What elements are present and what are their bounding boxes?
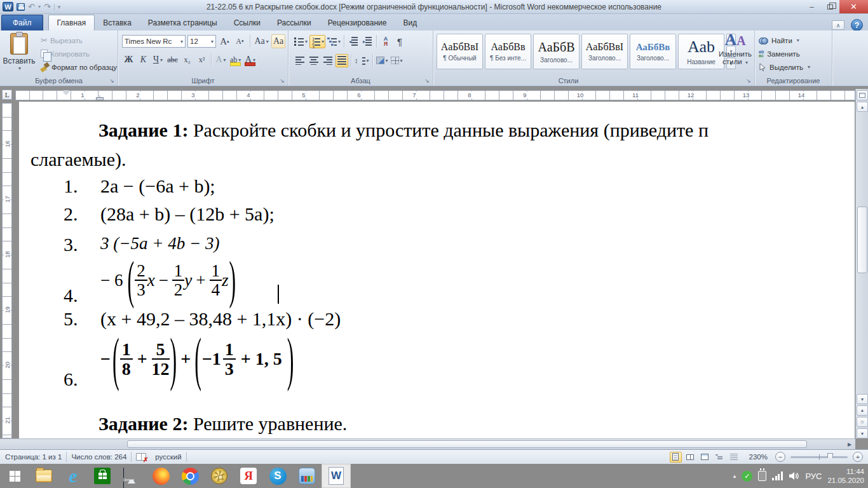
text-effects-button[interactable]: А▾ bbox=[214, 53, 227, 67]
print-layout-view-button[interactable] bbox=[670, 452, 682, 463]
paste-dropdown-icon[interactable]: ▾ bbox=[18, 65, 21, 71]
undo-dropdown-icon[interactable]: ▾ bbox=[38, 4, 41, 10]
paste-button[interactable]: Вставить ▾ bbox=[4, 33, 34, 75]
numbering-dropdown-icon[interactable]: ▾ bbox=[322, 39, 324, 44]
tab-page-layout[interactable]: Разметка страницы bbox=[140, 15, 226, 30]
numbering-button[interactable]: 123▾ bbox=[309, 35, 325, 48]
close-button[interactable]: ✕ bbox=[839, 0, 868, 13]
tab-mailings[interactable]: Рассылки bbox=[269, 15, 320, 30]
style-heading2[interactable]: АаБбВвІЗаголово... bbox=[581, 34, 628, 69]
tab-file[interactable]: Файл bbox=[1, 15, 43, 30]
draft-view-button[interactable] bbox=[728, 452, 740, 463]
page-indicator[interactable]: Страница: 1 из 1 bbox=[0, 453, 62, 461]
clear-formatting-button[interactable]: Аа bbox=[271, 34, 285, 48]
format-painter-button[interactable]: Формат по образцу bbox=[39, 60, 117, 74]
align-left-button[interactable] bbox=[294, 54, 306, 67]
cut-button[interactable]: ✂ Вырезать bbox=[39, 34, 117, 47]
tab-references[interactable]: Ссылки bbox=[226, 15, 269, 30]
hanging-indent-marker[interactable] bbox=[96, 94, 102, 100]
align-center-button[interactable] bbox=[308, 54, 320, 67]
shading-button[interactable]: ▾ bbox=[376, 54, 389, 67]
vertical-scrollbar[interactable]: ▴ ▾ ▾ ○ ▾ bbox=[855, 89, 868, 438]
undo-icon[interactable]: ↶ bbox=[28, 2, 35, 11]
taskbar-lenovo[interactable]: lenovo bbox=[117, 464, 146, 488]
help-icon[interactable]: ? bbox=[851, 19, 863, 31]
multilevel-list-button[interactable]: ▾ bbox=[327, 35, 341, 48]
taskbar-office-app[interactable] bbox=[292, 464, 322, 488]
superscript-button[interactable]: x² bbox=[195, 53, 208, 67]
font-name-dropdown-icon[interactable]: ▾ bbox=[180, 39, 183, 44]
proofing-status-icon[interactable] bbox=[136, 453, 146, 461]
tab-home[interactable]: Главная bbox=[48, 15, 95, 30]
volume-icon[interactable] bbox=[789, 471, 799, 481]
line-spacing-button[interactable]: ↕▾ bbox=[354, 54, 370, 67]
taskbar-skype[interactable]: S bbox=[263, 464, 292, 488]
vertical-scroll-thumb[interactable] bbox=[857, 207, 867, 273]
collapse-ribbon-icon[interactable]: ∧ bbox=[832, 20, 844, 30]
strikethrough-button[interactable]: abc bbox=[166, 53, 179, 67]
style-heading3[interactable]: АаБбВвЗаголово... bbox=[630, 34, 676, 69]
style-normal[interactable]: АаБбВвІ¶ Обычный bbox=[437, 34, 483, 69]
taskbar-file-explorer[interactable] bbox=[29, 464, 58, 488]
restore-button[interactable] bbox=[821, 0, 839, 13]
sort-button[interactable]: АЯ bbox=[379, 35, 392, 48]
font-dialog-launcher-icon[interactable]: ↘ bbox=[278, 77, 286, 85]
show-marks-button[interactable]: ¶ bbox=[393, 35, 406, 48]
redo-icon[interactable]: ↷ bbox=[44, 2, 51, 11]
qat-customize-icon[interactable]: ▾ bbox=[54, 4, 61, 10]
save-icon[interactable] bbox=[17, 3, 25, 11]
underline-dropdown-icon[interactable]: ▾ bbox=[160, 57, 163, 63]
taskbar-yandex-browser[interactable]: Я bbox=[234, 464, 263, 488]
taskbar-microsoft-store[interactable] bbox=[88, 464, 117, 488]
tray-expand-icon[interactable]: ▴ bbox=[733, 473, 736, 479]
taskbar-media-player[interactable] bbox=[205, 464, 234, 488]
bullets-button[interactable]: ▾ bbox=[294, 35, 308, 48]
change-case-button[interactable]: Аа▾ bbox=[254, 34, 269, 48]
word-logo-icon[interactable]: W bbox=[3, 2, 13, 11]
horizontal-ruler[interactable]: 1 2 3 4 5 6 7 8 9 10 11 12 13 14 bbox=[15, 90, 855, 100]
taskbar-chrome[interactable] bbox=[175, 464, 205, 488]
font-color-button[interactable]: А▾ bbox=[243, 53, 257, 67]
taskbar-internet-explorer[interactable]: e bbox=[58, 464, 88, 488]
select-browse-object-icon[interactable]: ○ bbox=[857, 417, 868, 427]
scroll-up-icon[interactable]: ▴ bbox=[857, 102, 868, 112]
clock[interactable]: 11:44 21.05.2020 bbox=[827, 467, 864, 485]
zoom-level[interactable]: 230% bbox=[749, 453, 768, 461]
change-styles-button[interactable]: АА Изменить стили ▾ bbox=[719, 32, 752, 73]
shrink-font-button[interactable]: А▾ bbox=[233, 34, 247, 48]
horizontal-scroll-thumb[interactable] bbox=[127, 440, 807, 448]
vertical-ruler[interactable]: 16 17 18 19 20 21 bbox=[2, 103, 12, 438]
word-count[interactable]: Число слов: 264 bbox=[71, 453, 126, 461]
font-name-combo[interactable]: Times New Rc▾ bbox=[122, 35, 186, 48]
clipboard-dialog-launcher-icon[interactable]: ↘ bbox=[108, 77, 116, 85]
zoom-slider-thumb[interactable] bbox=[827, 453, 833, 461]
increase-indent-button[interactable]: ▸ bbox=[361, 35, 374, 48]
find-button[interactable]: Найти▾ bbox=[755, 34, 832, 47]
decrease-indent-button[interactable]: ◂ bbox=[347, 35, 360, 48]
bold-button[interactable]: Ж bbox=[122, 53, 135, 67]
tab-view[interactable]: Вид bbox=[395, 15, 425, 30]
minimize-button[interactable]: – bbox=[803, 0, 821, 13]
select-button[interactable]: Выделить▾ bbox=[755, 60, 832, 74]
taskbar-word-active[interactable]: W bbox=[322, 464, 351, 488]
tab-selector[interactable]: L bbox=[2, 90, 12, 100]
underline-button[interactable]: Ч▾ bbox=[151, 53, 165, 67]
input-language-indicator[interactable]: РУС bbox=[805, 471, 822, 481]
document-page[interactable]: Задание 1: Раскройте скобки и упростите … bbox=[19, 102, 855, 439]
style-no-spacing[interactable]: АаБбВв¶ Без инте... bbox=[485, 34, 531, 69]
scroll-right-icon[interactable]: ▶ bbox=[845, 440, 854, 449]
grow-font-button[interactable]: А▴ bbox=[218, 34, 231, 48]
zoom-in-button[interactable]: + bbox=[853, 452, 863, 462]
scroll-down-icon[interactable]: ▾ bbox=[857, 394, 868, 404]
zoom-slider[interactable] bbox=[790, 456, 848, 458]
next-page-icon[interactable]: ▾ bbox=[857, 428, 868, 438]
previous-page-icon[interactable]: ▾ bbox=[857, 405, 868, 416]
reading-view-button[interactable] bbox=[684, 452, 696, 463]
subscript-button[interactable]: x₂ bbox=[180, 53, 194, 67]
first-line-indent-marker[interactable] bbox=[63, 90, 69, 95]
taskbar-firefox[interactable] bbox=[146, 464, 175, 488]
styles-dialog-launcher-icon[interactable]: ↘ bbox=[745, 77, 752, 85]
highlight-color-button[interactable]: ab▾ bbox=[229, 53, 242, 67]
network-signal-icon[interactable] bbox=[772, 471, 783, 480]
style-title[interactable]: АаbНазвание bbox=[678, 34, 724, 69]
